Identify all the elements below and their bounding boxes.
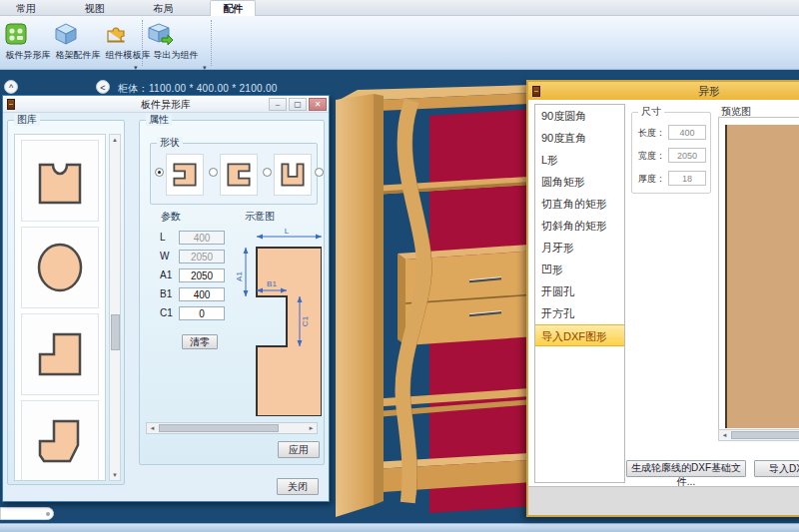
- preview-panel-shape: [725, 125, 799, 428]
- export-as-component-button[interactable]: 导出为组件: [148, 18, 204, 68]
- param-L-input[interactable]: [179, 231, 225, 245]
- puzzle-piece-icon: [103, 21, 129, 47]
- tab-accessories[interactable]: 配件: [210, 0, 256, 16]
- shape-radio-4[interactable]: [315, 168, 324, 177]
- param-W-input[interactable]: [179, 250, 225, 264]
- scrollbar-thumb[interactable]: [731, 431, 799, 439]
- dim-B1: B1: [267, 279, 277, 288]
- list-item[interactable]: 切斜角的矩形: [535, 215, 624, 237]
- shape-radio-3[interactable]: [263, 168, 272, 177]
- gallery-groupbox: 图库 ▲ ▼: [7, 120, 125, 485]
- shape-radio-1[interactable]: [155, 168, 164, 177]
- diagram-label: 示意图: [242, 211, 278, 223]
- length-input[interactable]: [668, 125, 706, 140]
- panel-shape-library-icon: [3, 21, 29, 47]
- group-dropdown-icon[interactable]: ▾: [203, 64, 207, 72]
- thickness-input[interactable]: [668, 171, 706, 186]
- ribbon-separator: [211, 20, 212, 66]
- export-cube-arrow-icon: [148, 21, 174, 47]
- close-dialog-button[interactable]: 关闭: [277, 478, 319, 495]
- list-item[interactable]: 凹形: [535, 259, 624, 280]
- dim-A1: A1: [235, 271, 244, 281]
- list-item[interactable]: 90度圆角: [535, 105, 624, 127]
- properties-groupbox: 属性 形状 参数 L: [139, 120, 325, 465]
- dialog-title: 板件异形库: [141, 99, 191, 110]
- minimize-button[interactable]: –: [269, 98, 287, 111]
- dim-C1: C1: [301, 315, 310, 326]
- shape-gallery-list: [14, 134, 106, 481]
- back-button[interactable]: <: [96, 80, 110, 94]
- dialog-titlebar[interactable]: 板件异形库 – ▢ ✕: [3, 96, 329, 113]
- scroll-down-icon[interactable]: ▼: [110, 470, 120, 480]
- tab-view[interactable]: 视图: [73, 1, 117, 17]
- dialog-titlebar[interactable]: 异形: [528, 82, 799, 100]
- params-label: 参数: [158, 211, 184, 223]
- list-item[interactable]: 切直角的矩形: [535, 193, 624, 215]
- scroll-right-icon[interactable]: ►: [306, 423, 317, 433]
- shape-option-slot-left[interactable]: [166, 154, 204, 196]
- ribbon-separator: [142, 20, 143, 66]
- shape-option-u[interactable]: [274, 154, 312, 196]
- preview-horizontal-scrollbar[interactable]: ◄: [718, 429, 799, 441]
- dialog-footer: [528, 486, 799, 517]
- frame-accessory-library-button[interactable]: 格架配件库: [53, 18, 103, 68]
- scrollbar-grip-icon: [46, 512, 50, 516]
- frame-accessory-library-icon: [53, 21, 79, 47]
- shape-type-list: 90度圆角 90度直角 L形 圆角矩形 切直角的矩形 切斜角的矩形 月牙形 凹形…: [534, 104, 625, 483]
- clear-button[interactable]: 清零: [182, 334, 218, 349]
- close-button[interactable]: ✕: [309, 98, 327, 111]
- width-input[interactable]: [668, 148, 706, 163]
- viewport-scrollbar[interactable]: [0, 507, 54, 520]
- tab-common[interactable]: 常用: [4, 1, 48, 17]
- left-side-panel: [336, 94, 374, 517]
- dialog-icon: [7, 99, 15, 110]
- list-item[interactable]: 开圆孔: [535, 280, 624, 302]
- scrollbar-thumb[interactable]: [159, 424, 279, 432]
- panel-shape-library-dialog: 板件异形库 – ▢ ✕ 图库: [2, 95, 330, 502]
- list-item[interactable]: 90度直角: [535, 127, 624, 149]
- preview-box: [718, 117, 799, 434]
- collapse-ribbon-button[interactable]: ^: [4, 80, 18, 94]
- list-item[interactable]: 开方孔: [535, 302, 624, 324]
- group-dropdown-icon[interactable]: ▾: [134, 64, 138, 72]
- panel-shape-library-button[interactable]: 板件异形库: [3, 18, 53, 68]
- import-dxf-button[interactable]: 导入DXF文件: [754, 460, 799, 477]
- component-template-library-button[interactable]: 组件模板库: [103, 18, 153, 68]
- gallery-shape-notched-square[interactable]: [21, 140, 99, 222]
- param-A1-input[interactable]: [179, 268, 225, 282]
- param-B1-input[interactable]: [179, 287, 225, 301]
- dialog-title: 异形: [698, 82, 720, 100]
- shape-option-slot-right[interactable]: [220, 154, 258, 196]
- ribbon: 板件异形库 格架配件库 组件模板库: [0, 16, 799, 70]
- gallery-vertical-scrollbar[interactable]: ▲ ▼: [109, 134, 121, 481]
- generate-dxf-button[interactable]: 生成轮廓线的DXF基础文件...: [626, 460, 746, 477]
- list-item-selected[interactable]: 导入DXF图形: [535, 324, 624, 346]
- scrollbar-thumb[interactable]: [111, 314, 120, 350]
- gallery-label: 图库: [14, 114, 40, 126]
- shape-radio-2[interactable]: [209, 168, 218, 177]
- properties-label: 属性: [146, 114, 172, 126]
- tab-layout[interactable]: 布局: [142, 1, 186, 17]
- cabinet-dimensions-text: 柜体：1100.00 * 400.00 * 2100.00: [118, 82, 278, 96]
- gallery-shape-step-chamfer[interactable]: [21, 400, 99, 481]
- scroll-left-icon[interactable]: ◄: [147, 423, 158, 433]
- scroll-left-icon[interactable]: ◄: [719, 430, 730, 440]
- gallery-shape-circle[interactable]: [21, 227, 99, 308]
- list-item[interactable]: 圆角矩形: [535, 171, 624, 193]
- properties-horizontal-scrollbar[interactable]: ◄ ►: [146, 422, 318, 434]
- size-label: 尺寸: [638, 106, 664, 118]
- special-shape-dialog: 异形 90度圆角 90度直角 L形 圆角矩形 切直角的矩形 切斜角的矩形 月牙形…: [526, 80, 799, 517]
- list-item[interactable]: 月牙形: [535, 237, 624, 259]
- dialog-icon: [532, 86, 540, 97]
- ribbon-tab-row: 常用 视图 布局 配件: [0, 0, 799, 16]
- statusbar: [0, 523, 799, 532]
- dim-L: L: [285, 227, 290, 236]
- shape-selector-groupbox: 形状: [150, 143, 318, 205]
- param-C1-input[interactable]: [179, 306, 225, 320]
- maximize-button[interactable]: ▢: [289, 98, 307, 111]
- list-item[interactable]: L形: [535, 149, 624, 171]
- scroll-up-icon[interactable]: ▲: [110, 135, 120, 145]
- size-groupbox: 尺寸 长度： 宽度： 厚度：: [631, 112, 711, 194]
- apply-button[interactable]: 应用: [278, 441, 320, 458]
- gallery-shape-step[interactable]: [21, 313, 99, 395]
